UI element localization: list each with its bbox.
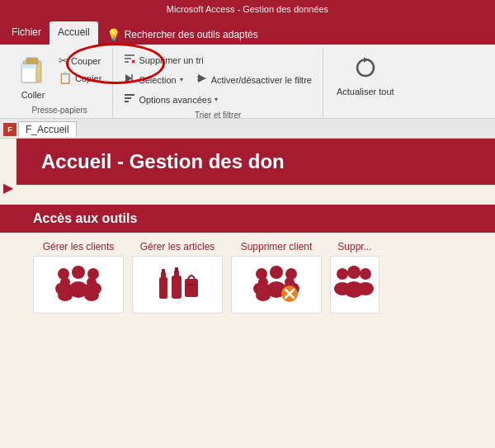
- svg-rect-33: [175, 267, 178, 272]
- supprimer-tri-icon: [124, 53, 135, 67]
- bulb-icon: 💡: [106, 28, 120, 41]
- svg-point-27: [84, 290, 99, 301]
- group-actualiser-content: Actualiser tout: [332, 48, 399, 112]
- tool-supprimer-autre-label: Suppr...: [337, 241, 371, 252]
- doc-tab-icon: F: [3, 123, 16, 136]
- svg-rect-16: [125, 101, 129, 102]
- beige-spacer: [0, 185, 495, 201]
- copier-button[interactable]: 📋 Copier: [56, 70, 104, 86]
- tab-accueil[interactable]: Accueil: [50, 21, 98, 45]
- tool-gerer-clients[interactable]: Gérer les clients: [33, 241, 124, 314]
- svg-point-51: [360, 268, 371, 280]
- svg-marker-9: [125, 74, 132, 83]
- main-content: ▶ Accueil - Gestion des don Accès aux ou…: [0, 139, 495, 448]
- selection-button[interactable]: Sélection ▾: [121, 71, 185, 88]
- group-presse-papiers-content: Coller ✂ Couper 📋 Copier: [15, 48, 104, 103]
- tools-grid: Gérer les clients: [0, 233, 495, 322]
- ribbon-bar: Coller ✂ Couper 📋 Copier Presse-papiers: [0, 45, 495, 119]
- svg-rect-15: [125, 97, 131, 99]
- tool-supprimer-autre-card[interactable]: [330, 256, 380, 314]
- svg-rect-14: [125, 94, 134, 96]
- svg-point-53: [347, 266, 361, 279]
- svg-rect-3: [21, 64, 36, 68]
- copier-label: Copier: [75, 73, 101, 83]
- options-dropdown-icon: ▾: [214, 96, 218, 103]
- tool-supprimer-client[interactable]: Supprimer client: [231, 241, 322, 314]
- copier-icon: 📋: [59, 72, 72, 84]
- selection-label: Sélection: [139, 75, 176, 85]
- activer-icon: [196, 73, 208, 87]
- tool-gerer-articles-label: Gérer les articles: [140, 241, 215, 252]
- coller-label: Coller: [21, 90, 45, 100]
- svg-rect-35: [186, 284, 196, 285]
- title-bar: Microsoft Access - Gestion des données: [0, 0, 495, 18]
- svg-rect-30: [162, 269, 165, 273]
- options-avancees-button[interactable]: Options avancées ▾: [121, 91, 220, 108]
- doc-tab-label: F_Accueil: [26, 124, 69, 135]
- tool-supprimer-client-card[interactable]: [231, 256, 322, 314]
- svg-point-49: [337, 268, 348, 280]
- svg-point-43: [256, 290, 271, 301]
- title-bar-text: Microsoft Access - Gestion des données: [7, 4, 488, 14]
- tool-supprimer-autre[interactable]: Suppr...: [330, 241, 380, 314]
- selection-icon: [124, 73, 135, 87]
- svg-marker-17: [364, 57, 367, 63]
- svg-point-42: [258, 277, 268, 287]
- clipboard-small-buttons: ✂ Couper 📋 Copier: [56, 53, 104, 86]
- couper-button[interactable]: ✂ Couper: [56, 53, 104, 68]
- doc-tab-row: F F_Accueil: [0, 119, 495, 139]
- page-header: Accueil - Gestion des don: [16, 139, 495, 185]
- svg-point-54: [344, 281, 364, 298]
- group-presse-papiers-label: Presse-papiers: [32, 103, 87, 118]
- ribbon-tabs: Fichier Accueil 💡 Rechercher des outils …: [0, 18, 495, 45]
- svg-point-22: [72, 266, 85, 279]
- svg-rect-28: [159, 277, 167, 299]
- doc-tab-f-accueil[interactable]: F_Accueil: [18, 121, 77, 137]
- activer-label: Activer/désactiver le filtre: [211, 75, 312, 85]
- coller-button[interactable]: Coller: [15, 51, 51, 101]
- svg-rect-1: [26, 58, 38, 64]
- couper-label: Couper: [71, 56, 101, 66]
- options-avancees-icon: [124, 92, 135, 106]
- coller-icon: [18, 53, 48, 88]
- tool-supprimer-autre-icon: [334, 262, 375, 307]
- tool-gerer-clients-label: Gérer les clients: [43, 241, 115, 252]
- actualiser-icon: [352, 54, 379, 87]
- group-trier-filtrer-label: Trier et filtrer: [195, 108, 241, 123]
- selection-dropdown-icon: ▾: [180, 76, 183, 83]
- tool-gerer-articles-card[interactable]: [132, 256, 223, 314]
- tool-gerer-articles-icon: [155, 262, 200, 307]
- svg-marker-11: [198, 74, 206, 83]
- svg-point-26: [87, 277, 97, 287]
- tab-search[interactable]: 💡 Rechercher des outils adaptés: [98, 25, 266, 45]
- group-trier-filtrer: Supprimer un tri Sélection ▾: [113, 48, 323, 118]
- tool-gerer-clients-icon: [54, 262, 103, 307]
- access-bar-label: Accès aux outils: [33, 211, 137, 225]
- supprimer-tri-button[interactable]: Supprimer un tri: [121, 51, 205, 68]
- svg-rect-34: [185, 279, 198, 297]
- svg-point-40: [270, 266, 283, 279]
- tool-supprimer-client-icon-wrap: [252, 262, 301, 307]
- tool-gerer-clients-card[interactable]: [33, 256, 124, 314]
- activer-button[interactable]: Activer/désactiver le filtre: [194, 71, 314, 88]
- options-avancees-label: Options avancées: [139, 95, 211, 105]
- tool-gerer-articles[interactable]: Gérer les articles: [132, 241, 223, 314]
- tab-fichier[interactable]: Fichier: [3, 21, 50, 45]
- supprimer-tri-label: Supprimer un tri: [139, 55, 203, 65]
- svg-rect-29: [161, 272, 166, 279]
- group-trier-filtrer-content: Supprimer un tri Sélection ▾: [121, 48, 314, 108]
- tool-supprimer-client-label: Supprimer client: [241, 241, 313, 252]
- actualiser-button[interactable]: Actualiser tout: [332, 51, 399, 101]
- access-bar: Accès aux outils: [0, 205, 495, 233]
- svg-point-24: [60, 277, 70, 287]
- page-header-text: Accueil - Gestion des don: [41, 150, 285, 172]
- group-presse-papiers: Coller ✂ Couper 📋 Copier Presse-papiers: [7, 48, 113, 118]
- svg-point-25: [58, 290, 73, 301]
- couper-icon: ✂: [59, 54, 68, 67]
- nav-arrow[interactable]: ▶: [3, 180, 13, 196]
- actualiser-label: Actualiser tout: [337, 87, 394, 97]
- tab-search-label: Rechercher des outils adaptés: [125, 29, 258, 40]
- group-actualiser: Actualiser tout: [323, 48, 408, 118]
- svg-rect-31: [172, 276, 182, 299]
